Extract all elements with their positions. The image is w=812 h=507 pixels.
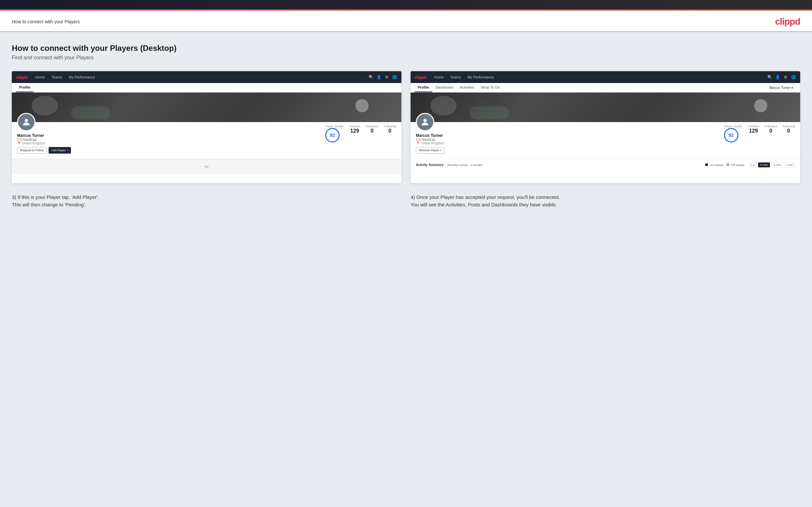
right-settings-icon[interactable]: ⚙: [782, 74, 789, 80]
right-following-stat: Following 0: [782, 125, 795, 134]
left-nav-performance[interactable]: My Performance: [65, 71, 99, 83]
left-activities-stat: Activities 129: [349, 125, 361, 134]
right-app-nav: clippd Home Teams My Performance 🔍 👤 ⚙ 🌐: [411, 71, 800, 83]
hero-shape1: [32, 96, 58, 115]
on-course-legend-dot: [705, 163, 708, 166]
bar-group-4: [669, 170, 731, 180]
right-nav-icons: 🔍 👤 ⚙ 🌐: [767, 74, 796, 80]
left-nav-logo: clippd: [16, 75, 27, 80]
right-nav-teams[interactable]: Teams: [447, 71, 464, 83]
activity-header: Activity Summary Monthly Activity · 6 Mo…: [416, 162, 795, 167]
left-profile-location: 📍 United Kingdom: [17, 142, 71, 145]
left-tab-profile[interactable]: Profile: [16, 83, 34, 92]
settings-icon[interactable]: ⚙: [384, 74, 390, 80]
page-header: How to connect with your Players clippd: [0, 10, 812, 32]
right-quality-circle: 92: [724, 128, 739, 143]
right-hero-shape3: [470, 106, 509, 119]
top-bar: [0, 0, 812, 9]
main-content: How to connect with your Players (Deskto…: [0, 32, 812, 507]
clippd-logo: clippd: [775, 16, 800, 27]
left-player-quality-stat: Player Quality 92: [325, 125, 344, 143]
right-activities-stat: Activities 129: [748, 125, 759, 134]
right-followers-stat: Followers 0: [764, 125, 777, 134]
right-globe-icon[interactable]: 🌐: [790, 74, 796, 80]
chart-bars: [416, 170, 795, 180]
user-icon[interactable]: 👤: [376, 74, 382, 80]
add-player-button[interactable]: Add Player +: [49, 147, 71, 154]
remove-player-button[interactable]: Remove Player ×: [416, 147, 445, 154]
left-profile-handicap: 1-5 Handicap: [17, 138, 71, 142]
time-filters: 1 yr 6 mths 3 mths 1 mth: [749, 162, 795, 167]
right-profile-handicap: 1-5 Handicap: [416, 138, 445, 142]
right-tab-profile[interactable]: Profile: [414, 83, 432, 92]
right-tab-activities[interactable]: Activities: [457, 83, 477, 92]
bar-group-1: [479, 170, 541, 180]
time-filter-6mths[interactable]: 6 mths: [758, 162, 770, 167]
left-nav-items: Home Teams My Performance: [32, 71, 368, 83]
right-location-pin-icon: 📍: [416, 142, 420, 145]
bar-group-3: [606, 170, 668, 180]
request-to-follow-button[interactable]: Request to Follow: [17, 147, 47, 154]
hero-shape3: [71, 106, 110, 119]
screenshot-left: clippd Home Teams My Performance 🔍 👤 ⚙ 🌐…: [12, 71, 401, 183]
right-hero-bg: [411, 93, 800, 122]
globe-icon[interactable]: 🌐: [392, 74, 398, 80]
activity-summary: Activity Summary Monthly Activity · 6 Mo…: [411, 159, 800, 183]
screenshot-right: clippd Home Teams My Performance 🔍 👤 ⚙ 🌐…: [411, 71, 800, 183]
svg-point-1: [423, 119, 427, 122]
right-user-icon[interactable]: 👤: [774, 74, 780, 80]
page-header-title: How to connect with your Players: [12, 19, 80, 24]
hero-shape2: [355, 99, 368, 112]
right-hero-shape2: [754, 99, 767, 112]
time-filter-3mths[interactable]: 3 mths: [771, 162, 783, 167]
left-avatar: [17, 113, 36, 131]
search-icon[interactable]: 🔍: [368, 74, 374, 80]
right-search-icon[interactable]: 🔍: [767, 74, 773, 80]
right-nav-items: Home Teams My Performance: [430, 71, 767, 83]
right-tab-what-to-on[interactable]: What To On: [477, 83, 503, 92]
right-profile-section: Marcus Turner 1-5 Handicap 📍 United King…: [411, 122, 800, 159]
caption-left: 3) If this is your Player tap, 'Add Play…: [12, 193, 401, 208]
left-nav-home[interactable]: Home: [32, 71, 48, 83]
right-nav-performance[interactable]: My Performance: [464, 71, 497, 83]
activity-legend: On course Off course: [705, 163, 745, 167]
right-tabs-left: Profile Dashboard Activities What To On: [414, 83, 503, 92]
screenshots-row: clippd Home Teams My Performance 🔍 👤 ⚙ 🌐…: [12, 71, 800, 183]
bar-group-2: [543, 170, 605, 180]
left-app-nav: clippd Home Teams My Performance 🔍 👤 ⚙ 🌐: [12, 71, 401, 83]
main-title: How to connect with your Players (Deskto…: [12, 44, 800, 53]
right-avatar: [416, 113, 434, 131]
left-profile-actions: Request to Follow Add Player +: [17, 147, 71, 154]
left-hero-bg: [12, 93, 401, 122]
bar-group-5: [733, 170, 795, 180]
player-selector[interactable]: Marcus Turner ▾: [766, 84, 796, 92]
left-profile-section: Marcus Turner 1-5 Handicap 📍 United King…: [12, 122, 401, 159]
left-followers-stat: Followers 0: [366, 125, 378, 134]
left-nav-icons: 🔍 👤 ⚙ 🌐: [368, 74, 398, 80]
right-profile-name: Marcus Turner: [416, 133, 445, 138]
captions-row: 3) If this is your Player tap, 'Add Play…: [12, 193, 800, 208]
on-course-legend: On course: [705, 163, 723, 167]
right-app-tabs: Profile Dashboard Activities What To On …: [411, 83, 800, 93]
left-screenshot-footer: ✏: [12, 159, 401, 175]
off-course-legend-dot: [726, 163, 729, 166]
right-hero-shape1: [430, 96, 457, 115]
time-filter-1yr[interactable]: 1 yr: [749, 162, 757, 167]
caption-right: 4) Once your Player has accepted your re…: [411, 193, 800, 208]
main-subtitle: Find and connect with your Players: [12, 55, 800, 61]
right-nav-home[interactable]: Home: [430, 71, 447, 83]
left-profile-name: Marcus Turner: [17, 133, 71, 138]
left-following-stat: Following 0: [384, 125, 396, 134]
left-app-tabs: Profile: [12, 83, 401, 93]
time-filter-1mth[interactable]: 1 mth: [784, 162, 795, 167]
off-course-legend: Off course: [726, 163, 745, 167]
right-tab-dashboard[interactable]: Dashboard: [432, 83, 457, 92]
right-profile-location: 📍 United Kingdom: [416, 142, 445, 145]
right-player-quality-stat: Player Quality 92: [724, 125, 742, 143]
left-quality-circle: 92: [325, 128, 340, 143]
svg-point-0: [24, 119, 28, 122]
location-pin-icon: 📍: [17, 142, 21, 145]
activity-title: Activity Summary: [416, 163, 444, 167]
activity-period: Monthly Activity · 6 Months: [447, 163, 483, 167]
left-nav-teams[interactable]: Teams: [48, 71, 65, 83]
